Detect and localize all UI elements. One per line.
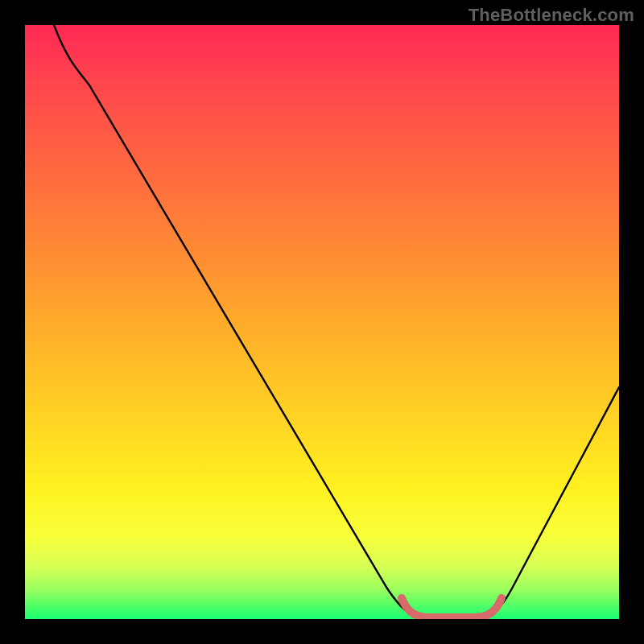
watermark-text: TheBottleneck.com bbox=[469, 5, 634, 26]
chart-frame: TheBottleneck.com bbox=[0, 0, 644, 644]
bottleneck-curve bbox=[54, 25, 619, 617]
chart-svg bbox=[25, 25, 619, 619]
chart-plot-area bbox=[25, 25, 619, 619]
optimal-range-marker bbox=[402, 598, 502, 617]
